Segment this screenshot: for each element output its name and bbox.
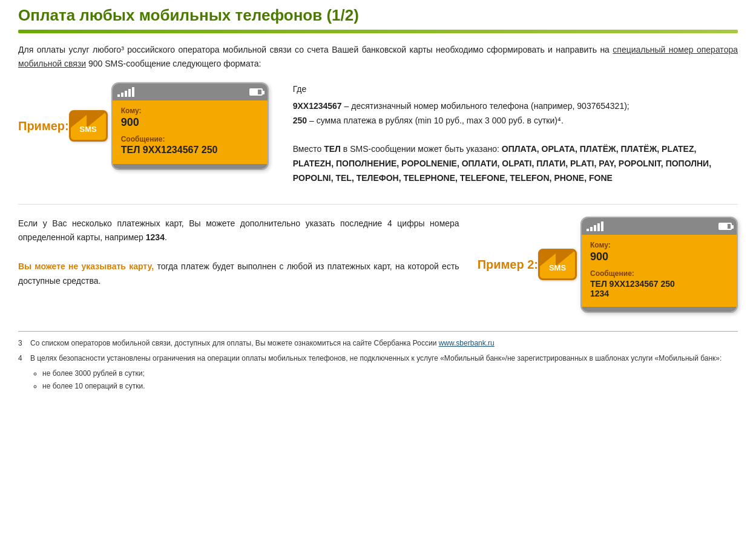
s2-ending: . <box>165 232 167 242</box>
footnote4-bullets: не более 3000 рублей в сутки; не более 1… <box>42 368 738 392</box>
desc-line1: 9ХХ1234567 – десятизначный номер мобильн… <box>293 99 738 114</box>
sms-envelope2: SMS <box>538 249 577 280</box>
phone1-msg-value: ТЕЛ 9ХХ1234567 250 <box>121 145 259 156</box>
alt-intro: Вместо <box>293 144 322 154</box>
footnote4: 4 В целях безопасности установлены огран… <box>18 353 738 364</box>
phone2-top-right <box>606 223 732 230</box>
section1: Пример: SMS <box>18 82 738 186</box>
bar2-3 <box>594 225 596 231</box>
bar2-1 <box>587 229 589 231</box>
battery-icon2 <box>718 223 732 230</box>
bar2-2 <box>590 227 593 231</box>
footnotes: 3 Со списком операторов мобильной связи,… <box>18 338 738 393</box>
bar2-5 <box>601 221 603 231</box>
phone1-bottom-bar <box>113 164 268 169</box>
alternatives-para: Вместо ТЕЛ в SMS-сообщении может быть ук… <box>293 142 738 185</box>
section2-main-text: Если у Вас несколько платежных карт, Вы … <box>18 217 459 246</box>
fn4-text: В целях безопасности установлены огранич… <box>30 354 721 362</box>
phone2-top-bar <box>582 218 737 235</box>
s2-bold-1234: 1234 <box>146 232 165 242</box>
phone2-wrapper: SMS <box>580 217 738 313</box>
alt-tel: ТЕЛ <box>324 144 341 154</box>
signal-bars1 <box>117 87 134 97</box>
fn4-bullet1: не более 3000 рублей в сутки; <box>42 368 738 379</box>
phone1-to-label: Кому: <box>121 107 259 115</box>
phone2-to-value: 900 <box>590 251 728 263</box>
sms-icon1-wrap: SMS <box>69 110 108 142</box>
phone1-mockup: Кому: 900 Сообщение: ТЕЛ 9ХХ1234567 250 <box>111 82 269 170</box>
section2-right: Пример 2: SMS <box>478 217 738 313</box>
footnotes-divider <box>18 331 738 332</box>
section2-highlight-text: Вы можете не указывать карту, тогда плат… <box>18 260 459 289</box>
desc-dash2: – <box>309 116 317 125</box>
phone2-mockup: Кому: 900 Сообщение: ТЕЛ 9ХХ1234567 250 … <box>580 217 738 313</box>
bar4 <box>128 89 131 97</box>
phone2-msg-label: Сообщение: <box>590 269 728 278</box>
footnote3: 3 Со списком операторов мобильной связи,… <box>18 338 738 349</box>
s2-text-before: Если у Вас несколько платежных карт, Вы … <box>18 218 459 243</box>
phone1-msg-label: Сообщение: <box>121 135 259 143</box>
desc-line2: 250 – сумма платежа в рублях (min 10 руб… <box>293 114 738 128</box>
fn4-bullet2: не более 10 операций в сутки. <box>42 381 738 392</box>
where-label: Где <box>293 82 738 97</box>
example1-label: Пример: <box>18 119 69 133</box>
phone2-bottom-bar <box>582 307 737 312</box>
desc-code1: 9ХХ1234567 <box>293 101 342 111</box>
intro-before-link: Для оплаты услуг любого³ российского опе… <box>18 45 613 54</box>
phone2-msg-value: ТЕЛ 9ХХ1234567 250 <box>590 279 728 289</box>
sms-text2: SMS <box>549 263 566 272</box>
sms-icon2-wrap: SMS <box>538 249 577 280</box>
section2-left: Если у Вас несколько платежных карт, Вы … <box>18 217 478 289</box>
fn3-num: 3 <box>18 339 22 347</box>
phone2-msg-value2: 1234 <box>590 289 728 298</box>
bar5 <box>132 87 134 97</box>
signal-bars2 <box>587 221 603 231</box>
battery-fill2 <box>720 224 728 229</box>
phone1-screen: Кому: 900 Сообщение: ТЕЛ 9ХХ1234567 250 <box>113 100 268 164</box>
intro-after-link: 900 SMS-сообщение следующего формата: <box>86 59 261 68</box>
page-title: Оплата любых мобильных телефонов (1/2) <box>18 6 738 25</box>
bar2-4 <box>597 223 600 231</box>
battery-fill1 <box>251 90 258 94</box>
phone2-to-label: Кому: <box>590 241 728 249</box>
example2-label: Пример 2: <box>478 258 538 272</box>
page-wrapper: Оплата любых мобильных телефонов (1/2) Д… <box>0 0 756 405</box>
alt-mid: в SMS-сообщении может быть указано: <box>343 144 502 154</box>
sms-envelope1: SMS <box>69 110 108 142</box>
phone1-to-value: 900 <box>121 116 259 129</box>
desc-text2: сумма платежа в рублях (min 10 руб., max… <box>317 116 564 125</box>
section2: Если у Вас несколько платежных карт, Вы … <box>18 217 738 313</box>
desc-code2: 250 <box>293 116 307 125</box>
battery-icon1 <box>249 88 263 96</box>
section-divider <box>18 204 738 205</box>
highlight-text: Вы можете не указывать карту, <box>18 261 154 271</box>
fn4-num: 4 <box>18 354 22 362</box>
phone2-screen: Кому: 900 Сообщение: ТЕЛ 9ХХ1234567 250 … <box>582 235 737 307</box>
sms-text1: SMS <box>80 125 97 134</box>
fn3-text: Со списком операторов мобильной связи, д… <box>30 339 439 347</box>
desc-text1: десятизначный номер мобильного телефона … <box>351 101 629 111</box>
phone1-wrapper: SMS <box>111 82 269 170</box>
intro-text: Для оплаты услуг любого³ российского опе… <box>18 43 738 70</box>
section1-right: Где 9ХХ1234567 – десятизначный номер моб… <box>293 82 738 186</box>
bar2 <box>121 93 123 97</box>
bar3 <box>125 91 127 97</box>
phone1-top-bar <box>113 84 268 100</box>
fn3-link[interactable]: www.sberbank.ru <box>439 339 495 347</box>
phone1-top-right <box>137 88 263 96</box>
green-divider <box>18 30 738 33</box>
bar1 <box>117 94 120 97</box>
section1-left: Пример: SMS <box>18 82 269 170</box>
desc-dash1: – <box>344 101 352 111</box>
